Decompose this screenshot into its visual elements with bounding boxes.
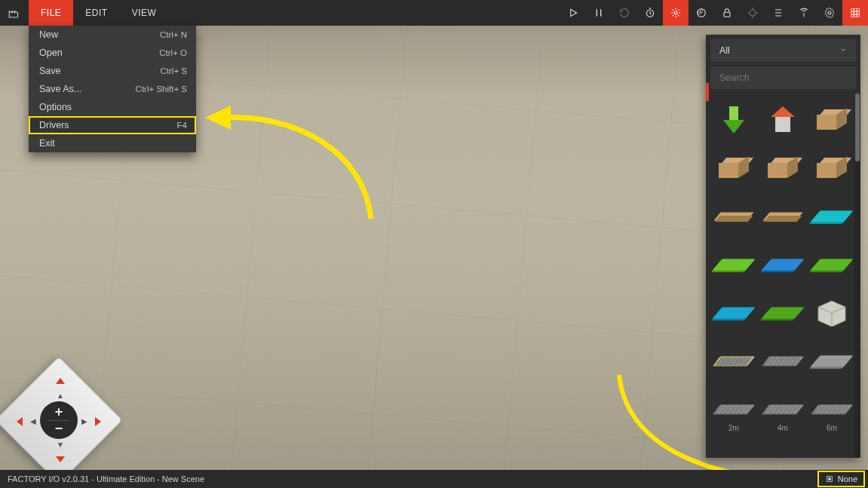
svg-rect-11 xyxy=(857,12,860,14)
timer-icon[interactable] xyxy=(637,0,663,26)
part-box-tall[interactable] xyxy=(811,148,852,189)
svg-point-4 xyxy=(750,10,756,16)
file-menu-drivers[interactable]: DriversF4 xyxy=(29,116,196,134)
settings-icon[interactable] xyxy=(817,0,842,26)
toolbar xyxy=(560,0,868,26)
file-menu-dropdown: NewCtrl+ NOpenCtrl+ OSaveCtrl+ SSave As.… xyxy=(29,26,196,152)
compass-down-icon[interactable] xyxy=(56,456,65,462)
part-emitter-down[interactable] xyxy=(713,100,754,140)
file-menu-open[interactable]: OpenCtrl+ O xyxy=(29,44,196,62)
part-roller-2m[interactable]: 2m xyxy=(713,389,754,430)
svg-rect-13 xyxy=(854,15,857,17)
signal-icon[interactable] xyxy=(791,0,817,26)
play-icon[interactable] xyxy=(560,0,586,26)
chevron-down-icon xyxy=(839,45,847,56)
pause-icon[interactable] xyxy=(586,0,612,26)
menu-view[interactable]: VIEW xyxy=(120,0,169,26)
palette-scrollbar[interactable] xyxy=(854,94,860,458)
svg-rect-10 xyxy=(854,12,857,14)
compass-right-icon[interactable] xyxy=(95,417,101,426)
driver-chip-icon xyxy=(825,474,834,483)
reload-icon[interactable] xyxy=(612,0,637,26)
palette-filter-dropdown[interactable]: All xyxy=(710,39,856,62)
part-roller-6m[interactable]: 6m xyxy=(811,389,852,430)
part-base-green-2[interactable] xyxy=(811,244,852,285)
part-crate-grey[interactable] xyxy=(811,293,852,333)
svg-rect-7 xyxy=(854,9,857,11)
navigation-compass[interactable]: ▲▼ ▶◀ + − xyxy=(14,375,104,465)
parts-palette: All 2m4m6m xyxy=(706,35,860,458)
part-base-cyan-2[interactable] xyxy=(713,293,754,333)
menubar: FILE EDIT VIEW xyxy=(0,0,868,26)
menu-file[interactable]: FILE xyxy=(29,0,73,26)
palette-grid: 2m4m6m xyxy=(706,94,860,433)
list-icon[interactable] xyxy=(765,0,791,26)
part-base-green-3[interactable] xyxy=(762,293,803,333)
fan-icon[interactable] xyxy=(689,0,714,26)
compass-zoom[interactable]: + − xyxy=(40,401,78,439)
menu-edit[interactable]: EDIT xyxy=(73,0,119,26)
compass-up-icon[interactable] xyxy=(56,378,65,384)
svg-rect-14 xyxy=(857,15,860,17)
status-bar: FACTORY I/O v2.0.31 - Ultimate Edition -… xyxy=(0,470,868,488)
part-conveyor-scale[interactable] xyxy=(762,341,803,382)
part-base-blue[interactable] xyxy=(762,244,803,285)
part-base-green-1[interactable] xyxy=(713,244,754,285)
zoom-in-icon[interactable]: + xyxy=(55,404,63,420)
app-logo-icon[interactable] xyxy=(0,0,29,26)
svg-rect-6 xyxy=(851,9,854,11)
svg-rect-9 xyxy=(851,12,854,14)
part-box-medium[interactable] xyxy=(713,148,754,189)
svg-rect-12 xyxy=(851,15,854,17)
compass-left-icon[interactable] xyxy=(17,417,23,426)
palette-grid-icon[interactable] xyxy=(842,0,868,26)
part-box-small[interactable] xyxy=(811,100,852,140)
part-pallet-wood-2[interactable] xyxy=(762,196,803,237)
sim-gear-icon[interactable] xyxy=(663,0,689,26)
file-menu-new[interactable]: NewCtrl+ N xyxy=(29,26,196,44)
part-roller-4m[interactable]: 4m xyxy=(762,389,803,430)
part-box-wide[interactable] xyxy=(762,148,803,189)
svg-rect-16 xyxy=(775,117,790,132)
file-menu-options[interactable]: Options xyxy=(29,98,196,116)
driver-chip-label: None xyxy=(838,474,857,483)
file-menu-save[interactable]: SaveCtrl+ S xyxy=(29,62,196,80)
lock-icon[interactable] xyxy=(714,0,740,26)
file-menu-exit[interactable]: Exit xyxy=(29,134,196,152)
part-conveyor-belt[interactable] xyxy=(713,341,754,382)
driver-chip[interactable]: None xyxy=(819,472,863,486)
part-base-cyan[interactable] xyxy=(811,196,852,237)
zoom-out-icon[interactable]: − xyxy=(55,421,63,437)
part-platform-grey[interactable] xyxy=(811,341,852,382)
palette-search-input[interactable] xyxy=(710,66,856,89)
file-menu-save-as-[interactable]: Save As...Ctrl+ Shift+ S xyxy=(29,80,196,98)
part-emitter-up[interactable] xyxy=(762,100,803,140)
status-text: FACTORY I/O v2.0.31 - Ultimate Edition -… xyxy=(8,474,204,483)
svg-point-5 xyxy=(828,11,831,14)
svg-rect-3 xyxy=(724,12,730,17)
part-pallet-wood[interactable] xyxy=(713,196,754,237)
target-icon[interactable] xyxy=(740,0,765,26)
palette-filter-label: All xyxy=(719,45,730,56)
svg-rect-8 xyxy=(857,9,860,11)
svg-rect-15 xyxy=(729,106,738,120)
svg-point-1 xyxy=(674,11,677,14)
